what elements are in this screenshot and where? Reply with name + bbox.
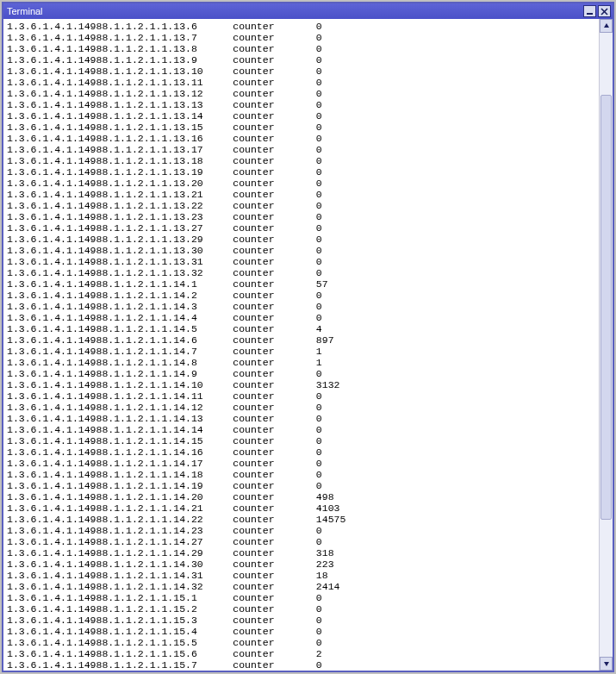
output-row: 1.3.6.1.4.1.14988.1.1.2.1.1.13.27 counte… [7, 222, 595, 234]
minimize-button[interactable] [583, 5, 596, 17]
output-row: 1.3.6.1.4.1.14988.1.1.2.1.1.15.1 counter… [7, 592, 595, 603]
vertical-scrollbar[interactable] [599, 19, 613, 671]
output-row: 1.3.6.1.4.1.14988.1.1.2.1.1.15.2 counter… [7, 603, 595, 615]
arrow-up-icon [603, 22, 610, 29]
output-row: 1.3.6.1.4.1.14988.1.1.2.1.1.13.11 counte… [7, 77, 595, 88]
output-row: 1.3.6.1.4.1.14988.1.1.2.1.1.14.4 counter… [7, 312, 595, 323]
output-row: 1.3.6.1.4.1.14988.1.1.2.1.1.13.16 counte… [7, 133, 595, 144]
scrollbar-track[interactable] [600, 33, 613, 657]
terminal-window: Terminal 1.3.6.1.4.1.14988.1.1.2.1.1.13.… [2, 2, 614, 672]
output-row: 1.3.6.1.4.1.14988.1.1.2.1.1.14.18 counte… [7, 469, 595, 480]
output-row: 1.3.6.1.4.1.14988.1.1.2.1.1.15.3 counter… [7, 615, 595, 626]
output-row: 1.3.6.1.4.1.14988.1.1.2.1.1.13.12 counte… [7, 88, 595, 99]
output-row: 1.3.6.1.4.1.14988.1.1.2.1.1.14.27 counte… [7, 536, 595, 547]
output-row: 1.3.6.1.4.1.14988.1.1.2.1.1.13.6 counter… [7, 21, 595, 32]
output-row: 1.3.6.1.4.1.14988.1.1.2.1.1.14.6 counter… [7, 334, 595, 346]
output-row: 1.3.6.1.4.1.14988.1.1.2.1.1.13.30 counte… [7, 245, 595, 256]
output-row: 1.3.6.1.4.1.14988.1.1.2.1.1.14.13 counte… [7, 413, 595, 424]
minimize-icon [586, 8, 594, 16]
output-row: 1.3.6.1.4.1.14988.1.1.2.1.1.15.4 counter… [7, 626, 595, 637]
output-row: 1.3.6.1.4.1.14988.1.1.2.1.1.14.19 counte… [7, 480, 595, 491]
output-row: 1.3.6.1.4.1.14988.1.1.2.1.1.13.7 counter… [7, 32, 595, 43]
output-row: 1.3.6.1.4.1.14988.1.1.2.1.1.13.19 counte… [7, 166, 595, 178]
output-row: 1.3.6.1.4.1.14988.1.1.2.1.1.14.1 counter… [7, 278, 595, 290]
output-row: 1.3.6.1.4.1.14988.1.1.2.1.1.13.21 counte… [7, 189, 595, 200]
content-area: 1.3.6.1.4.1.14988.1.1.2.1.1.13.6 counter… [3, 19, 613, 671]
output-row: 1.3.6.1.4.1.14988.1.1.2.1.1.14.30 counte… [7, 559, 595, 570]
output-row: 1.3.6.1.4.1.14988.1.1.2.1.1.13.29 counte… [7, 234, 595, 245]
scrollbar-thumb[interactable] [600, 95, 612, 519]
output-row: 1.3.6.1.4.1.14988.1.1.2.1.1.14.22 counte… [7, 514, 595, 525]
output-row: 1.3.6.1.4.1.14988.1.1.2.1.1.15.6 counter… [7, 648, 595, 659]
output-row: 1.3.6.1.4.1.14988.1.1.2.1.1.13.31 counte… [7, 256, 595, 267]
arrow-down-icon [603, 660, 610, 667]
output-row: 1.3.6.1.4.1.14988.1.1.2.1.1.14.17 counte… [7, 458, 595, 469]
output-row: 1.3.6.1.4.1.14988.1.1.2.1.1.13.17 counte… [7, 144, 595, 155]
output-row: 1.3.6.1.4.1.14988.1.1.2.1.1.13.20 counte… [7, 178, 595, 189]
svg-rect-0 [587, 13, 593, 15]
output-row: 1.3.6.1.4.1.14988.1.1.2.1.1.14.15 counte… [7, 435, 595, 446]
output-row: 1.3.6.1.4.1.14988.1.1.2.1.1.13.32 counte… [7, 267, 595, 278]
output-row: 1.3.6.1.4.1.14988.1.1.2.1.1.14.12 counte… [7, 402, 595, 413]
output-row: 1.3.6.1.4.1.14988.1.1.2.1.1.13.9 counter… [7, 54, 595, 66]
output-row: 1.3.6.1.4.1.14988.1.1.2.1.1.13.10 counte… [7, 66, 595, 77]
close-icon [600, 8, 608, 16]
close-button[interactable] [598, 5, 611, 17]
output-row: 1.3.6.1.4.1.14988.1.1.2.1.1.14.21 counte… [7, 502, 595, 514]
output-row: 1.3.6.1.4.1.14988.1.1.2.1.1.14.14 counte… [7, 424, 595, 435]
scroll-down-button[interactable] [600, 657, 613, 671]
output-row: 1.3.6.1.4.1.14988.1.1.2.1.1.14.2 counter… [7, 290, 595, 301]
output-row: 1.3.6.1.4.1.14988.1.1.2.1.1.14.20 counte… [7, 491, 595, 502]
output-row: 1.3.6.1.4.1.14988.1.1.2.1.1.13.22 counte… [7, 200, 595, 211]
output-row: 1.3.6.1.4.1.14988.1.1.2.1.1.14.10 counte… [7, 379, 595, 390]
output-row: 1.3.6.1.4.1.14988.1.1.2.1.1.14.5 counter… [7, 323, 595, 334]
svg-marker-4 [604, 662, 609, 666]
output-row: 1.3.6.1.4.1.14988.1.1.2.1.1.14.32 counte… [7, 581, 595, 592]
window-title: Terminal [7, 6, 43, 16]
output-row: 1.3.6.1.4.1.14988.1.1.2.1.1.14.8 counter… [7, 357, 595, 368]
output-row: 1.3.6.1.4.1.14988.1.1.2.1.1.14.31 counte… [7, 570, 595, 581]
terminal-output[interactable]: 1.3.6.1.4.1.14988.1.1.2.1.1.13.6 counter… [3, 19, 599, 671]
output-row: 1.3.6.1.4.1.14988.1.1.2.1.1.14.11 counte… [7, 390, 595, 402]
output-row: 1.3.6.1.4.1.14988.1.1.2.1.1.14.7 counter… [7, 346, 595, 357]
output-row: 1.3.6.1.4.1.14988.1.1.2.1.1.15.5 counter… [7, 637, 595, 648]
output-row: 1.3.6.1.4.1.14988.1.1.2.1.1.14.3 counter… [7, 301, 595, 312]
output-row: 1.3.6.1.4.1.14988.1.1.2.1.1.13.15 counte… [7, 122, 595, 133]
output-row: 1.3.6.1.4.1.14988.1.1.2.1.1.13.23 counte… [7, 211, 595, 222]
svg-marker-3 [604, 23, 609, 28]
output-row: 1.3.6.1.4.1.14988.1.1.2.1.1.14.23 counte… [7, 525, 595, 536]
output-row: 1.3.6.1.4.1.14988.1.1.2.1.1.14.9 counter… [7, 368, 595, 379]
output-row: 1.3.6.1.4.1.14988.1.1.2.1.1.14.29 counte… [7, 547, 595, 559]
output-row: 1.3.6.1.4.1.14988.1.1.2.1.1.13.8 counter… [7, 43, 595, 54]
scroll-up-button[interactable] [600, 19, 613, 33]
output-row: 1.3.6.1.4.1.14988.1.1.2.1.1.13.18 counte… [7, 155, 595, 166]
output-row: 1.3.6.1.4.1.14988.1.1.2.1.1.13.14 counte… [7, 110, 595, 122]
output-row: 1.3.6.1.4.1.14988.1.1.2.1.1.13.13 counte… [7, 99, 595, 110]
output-row: 1.3.6.1.4.1.14988.1.1.2.1.1.15.7 counter… [7, 659, 595, 671]
output-row: 1.3.6.1.4.1.14988.1.1.2.1.1.14.16 counte… [7, 446, 595, 458]
titlebar[interactable]: Terminal [3, 3, 613, 19]
